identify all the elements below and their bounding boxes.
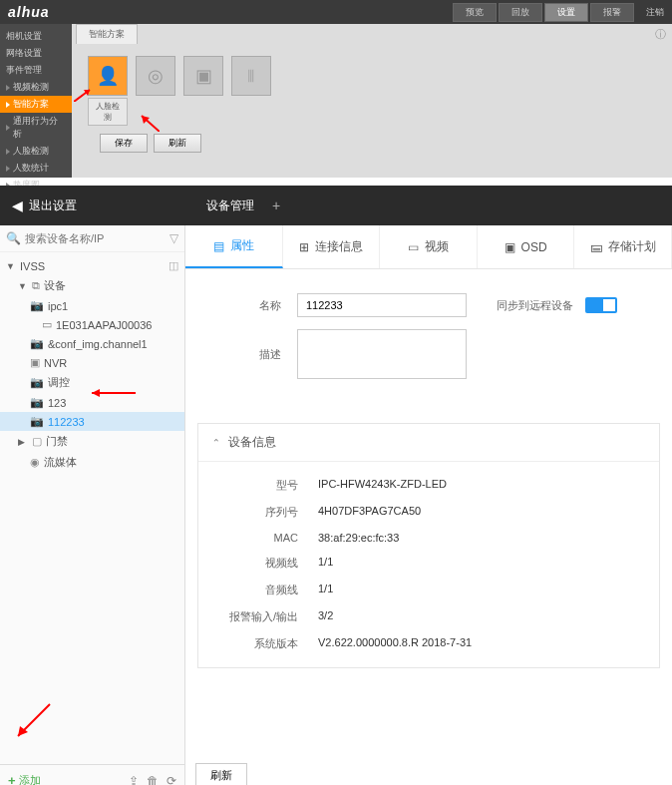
icon-panel: 👤 人脸检测 ◎ ▣ ⦀ 保存 刷新 [72, 44, 672, 178]
back-arrow-icon: ◀ [12, 197, 23, 213]
menu-video-detect[interactable]: 视频检测 [0, 79, 72, 96]
face-detection-icon[interactable]: 👤 [88, 56, 128, 96]
add-button[interactable]: +添加 [8, 773, 41, 785]
info-row: 系统版本V2.622.0000000.8.R 2018-7-31 [218, 630, 639, 657]
properties-icon: ▤ [213, 239, 224, 253]
plan-icon-3[interactable]: ▣ [183, 56, 223, 96]
content-area: ▤属性 ⊞连接信息 ▭视频 ▣OSD 🖴存储计划 名称 同步到远程设备 描述 [185, 225, 672, 785]
nav-settings[interactable]: 设置 [544, 3, 588, 22]
search-row: 🔍 ▽ [0, 225, 184, 252]
sidebar-bottom-bar: +添加 ⇪ 🗑 ⟳ [0, 764, 184, 785]
nvr-icon: ▣ [30, 356, 40, 369]
storage-icon: 🖴 [590, 240, 602, 254]
tree-conf[interactable]: 📷&conf_img.channel1 [0, 334, 184, 353]
tree-channel1[interactable]: ▭1E031AAPAJ00036 [0, 315, 184, 334]
tab-video[interactable]: ▭视频 [380, 225, 478, 268]
delete-icon[interactable]: 🗑 [147, 774, 159, 786]
osd-icon: ▣ [504, 240, 515, 254]
stream-icon: ◉ [30, 456, 40, 469]
dark-header: ◀ 退出设置 设备管理 + [0, 186, 672, 225]
info-row: 视频线1/1 [218, 550, 639, 577]
menu-smart-plan[interactable]: 智能方案 [0, 96, 72, 113]
menu-ivs[interactable]: 通用行为分析 [0, 113, 72, 143]
refresh-icon[interactable]: ⟳ [167, 774, 176, 786]
tree-root[interactable]: ▼IVSS◫ [0, 256, 184, 275]
tree-stream[interactable]: ◉流媒体 [0, 452, 184, 473]
refresh-button[interactable]: 刷新 [154, 134, 201, 153]
camera-icon: 📷 [30, 299, 44, 312]
content-tabs: ▤属性 ⊞连接信息 ▭视频 ▣OSD 🖴存储计划 [185, 225, 672, 269]
device-management-ui: ◀ 退出设置 设备管理 + 🔍 ▽ ▼IVSS◫ ▼⧉设备 📷ipc1 ▭1E0… [0, 186, 672, 785]
top-legacy-ui: alhua 预览 回放 设置 报警 注销 相机设置 网络设置 事件管理 视频检测… [0, 0, 672, 178]
menu-face[interactable]: 人脸检测 [0, 143, 72, 160]
device-sidebar: 🔍 ▽ ▼IVSS◫ ▼⧉设备 📷ipc1 ▭1E031AAPAJ00036 📷… [0, 225, 185, 785]
back-button[interactable]: ◀ 退出设置 [12, 197, 77, 214]
tree-nvr[interactable]: ▣NVR [0, 353, 184, 372]
plan-icon-4[interactable]: ⦀ [231, 56, 271, 96]
tab-storage[interactable]: 🖴存储计划 [574, 225, 672, 268]
logout-link[interactable]: 注销 [646, 6, 664, 19]
form-area: 名称 同步到远程设备 描述 [185, 269, 672, 415]
save-button[interactable]: 保存 [100, 134, 148, 153]
nav-preview[interactable]: 预览 [453, 3, 497, 22]
tree-tiaokong[interactable]: 📷调控 [0, 372, 184, 393]
device-icon: ⧉ [32, 279, 40, 292]
top-header: alhua 预览 回放 设置 报警 注销 [0, 0, 672, 24]
content-refresh-button[interactable]: 刷新 [195, 763, 247, 785]
info-row: 型号IPC-HFW4243K-ZFD-LED [218, 472, 639, 499]
info-body: 型号IPC-HFW4243K-ZFD-LED 序列号4H07DF3PAG7CA5… [198, 462, 659, 667]
menu-camera[interactable]: 相机设置 [0, 28, 72, 45]
top-nav: 预览 回放 设置 报警 [453, 3, 634, 22]
camera-icon: 📷 [30, 376, 44, 389]
tree-gate[interactable]: ▶▢门禁 [0, 431, 184, 452]
menu-network[interactable]: 网络设置 [0, 45, 72, 62]
menu-people[interactable]: 人数统计 [0, 160, 72, 177]
gate-icon: ▢ [32, 435, 42, 448]
tab-osd[interactable]: ▣OSD [478, 225, 575, 268]
header-title: 设备管理 [206, 197, 254, 214]
filter-icon[interactable]: ▽ [169, 231, 178, 245]
panel-icon[interactable]: ◫ [168, 259, 178, 272]
channel-icon: ▭ [42, 318, 52, 331]
tree-device-group[interactable]: ▼⧉设备 [0, 275, 184, 296]
device-info-panel: ⌄ 设备信息 型号IPC-HFW4243K-ZFD-LED 序列号4H07DF3… [197, 423, 660, 668]
desc-textarea[interactable] [297, 329, 467, 379]
camera-icon: 📷 [30, 415, 44, 428]
tab-bar: 智能方案 ⓘ [72, 24, 672, 44]
menu-event[interactable]: 事件管理 [0, 62, 72, 79]
desc-label: 描述 [221, 347, 281, 362]
search-input[interactable] [25, 232, 166, 244]
camera-icon: 📷 [30, 337, 44, 350]
tab-connection[interactable]: ⊞连接信息 [283, 225, 381, 268]
tree-123[interactable]: 📷123 [0, 393, 184, 412]
export-icon[interactable]: ⇪ [129, 774, 139, 786]
chevron-down-icon: ⌄ [212, 437, 220, 448]
plan-icon-2[interactable]: ◎ [136, 56, 175, 96]
info-header[interactable]: ⌄ 设备信息 [198, 424, 659, 462]
info-row: 音频线1/1 [218, 577, 639, 603]
video-icon: ▭ [408, 240, 419, 254]
sync-toggle[interactable] [585, 297, 617, 313]
info-row: 报警输入/输出3/2 [218, 603, 639, 630]
plus-icon: + [8, 773, 16, 785]
tree-112233-selected[interactable]: 📷112233 [0, 412, 184, 431]
left-menu: 相机设置 网络设置 事件管理 视频检测 智能方案 通用行为分析 人脸检测 人数统… [0, 24, 72, 178]
tab-smart-plan[interactable]: 智能方案 [76, 24, 138, 44]
header-add-icon[interactable]: + [272, 197, 280, 213]
info-row: MAC38:af:29:ec:fc:33 [218, 526, 639, 550]
camera-icon: 📷 [30, 396, 44, 409]
info-icon[interactable]: ⓘ [655, 27, 666, 42]
search-icon: 🔍 [6, 231, 21, 245]
device-tree: ▼IVSS◫ ▼⧉设备 📷ipc1 ▭1E031AAPAJ00036 📷&con… [0, 252, 184, 764]
connection-icon: ⊞ [299, 240, 309, 254]
nav-alarm[interactable]: 报警 [590, 3, 634, 22]
name-input[interactable] [297, 293, 467, 317]
tree-ipc1[interactable]: 📷ipc1 [0, 296, 184, 315]
info-row: 序列号4H07DF3PAG7CA50 [218, 499, 639, 526]
nav-playback[interactable]: 回放 [499, 3, 542, 22]
tab-properties[interactable]: ▤属性 [185, 225, 283, 268]
sync-label: 同步到远程设备 [497, 298, 573, 313]
logo: alhua [8, 4, 50, 20]
name-label: 名称 [221, 298, 281, 313]
face-label: 人脸检测 [88, 98, 128, 126]
